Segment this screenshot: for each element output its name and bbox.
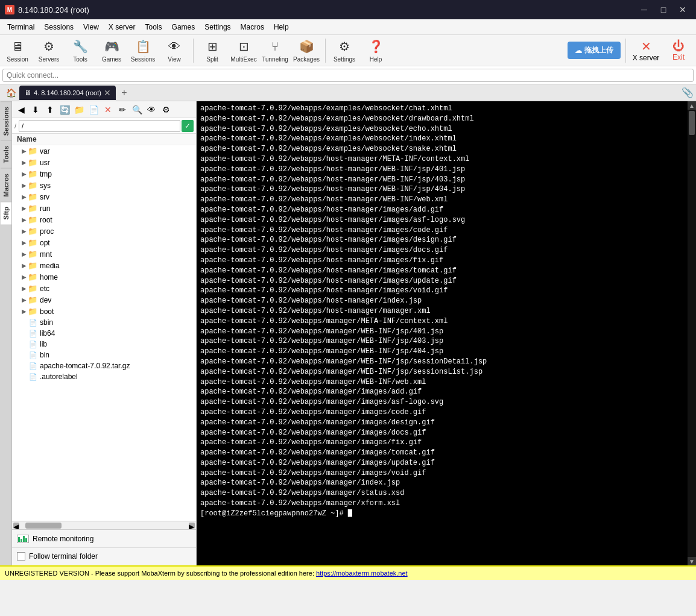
quick-connect-input[interactable] <box>2 69 694 82</box>
side-tab-sessions[interactable]: Sessions <box>1 101 11 140</box>
sftp-tree-item[interactable]: ▶📁media <box>12 260 196 271</box>
sftp-tree-item[interactable]: ▶📁var <box>12 145 196 157</box>
file-icon: 📄 <box>29 330 37 338</box>
sftp-path-input[interactable] <box>19 120 180 132</box>
cloud-upload-label: 拖拽上传 <box>584 45 613 55</box>
sftp-scroll-thumb[interactable] <box>25 523 62 529</box>
toolbar-split-button[interactable]: ⊞ Split <box>197 36 227 65</box>
toolbar-games-button[interactable]: 🎮 Games <box>96 36 127 65</box>
sftp-download-button[interactable]: ⬇ <box>29 103 42 116</box>
sftp-refresh-button[interactable]: 🔄 <box>58 103 71 116</box>
sftp-tree-item[interactable]: 📄lib <box>12 339 196 350</box>
sftp-tree-item[interactable]: 📄.autorelabel <box>12 371 196 382</box>
toolbar-packages-button[interactable]: 📦 Packages <box>291 36 321 65</box>
menu-xserver[interactable]: X server <box>104 22 141 33</box>
monitor-bar-1 <box>18 537 20 542</box>
sftp-tree-item[interactable]: 📄apache-tomcat-7.0.92.tar.gz <box>12 360 196 371</box>
sftp-new-file-button[interactable]: 📄 <box>87 103 100 116</box>
games-icon: 🎮 <box>103 38 120 55</box>
terminal-scroll-thumb[interactable] <box>689 111 695 135</box>
terminal-scroll-up-button[interactable]: ▲ <box>688 101 696 110</box>
sftp-tree-item[interactable]: ▶📁usr <box>12 157 196 168</box>
toolbar-view-label: View <box>168 56 181 63</box>
terminal-output[interactable]: apache-tomcat-7.0.92/webapps/examples/we… <box>197 101 688 565</box>
sftp-tree-item[interactable]: ▶📁proc <box>12 225 196 237</box>
toolbar-settings-label: Settings <box>334 56 355 63</box>
terminal-scroll-down-button[interactable]: ▼ <box>688 557 696 565</box>
folder-icon: 📁 <box>28 192 37 201</box>
sftp-tree-item[interactable]: ▶📁home <box>12 271 196 283</box>
minimize-button[interactable]: ─ <box>636 4 653 16</box>
sftp-rename-button[interactable]: ✏ <box>116 103 129 116</box>
sftp-new-folder-button[interactable]: 📁 <box>72 103 86 116</box>
menu-help[interactable]: Help <box>269 22 294 33</box>
toolbar-separator-3 <box>625 39 626 63</box>
file-icon: 📄 <box>29 341 37 348</box>
sftp-tree-item[interactable]: ▶📁root <box>12 214 196 225</box>
folder-icon: 📁 <box>28 284 37 293</box>
sftp-hidden-button[interactable]: 👁 <box>145 103 158 116</box>
sftp-settings-button[interactable]: ⚙ <box>159 103 172 116</box>
tab-attach-button[interactable]: 📎 <box>682 87 694 98</box>
menu-settings[interactable]: Settings <box>200 22 235 33</box>
sftp-upload-button[interactable]: ⬆ <box>43 103 57 116</box>
maximize-button[interactable]: □ <box>655 4 672 16</box>
xserver-button[interactable]: ✕ X server <box>631 39 661 62</box>
exit-button[interactable]: ⏻ Exit <box>663 39 694 61</box>
toolbar-servers-button[interactable]: ⚙ Servers <box>34 36 64 65</box>
tab-item-active[interactable]: 🖥 4. 8.140.180.204 (root) ✕ <box>19 86 116 100</box>
toolbar-settings-button[interactable]: ⚙ Settings <box>329 36 359 65</box>
sftp-tree-item[interactable]: ▶📁opt <box>12 237 196 248</box>
terminal-vertical-scrollbar[interactable]: ▲ ▼ <box>688 101 696 565</box>
sftp-tree-item[interactable]: ▶📁tmp <box>12 168 196 180</box>
menu-sessions[interactable]: Sessions <box>39 22 78 33</box>
toolbar-sessions-button[interactable]: 📋 Sessions <box>128 36 158 65</box>
sftp-item-name: lib64 <box>40 329 55 338</box>
sftp-delete-button[interactable]: ✕ <box>101 103 115 116</box>
sftp-tree-item[interactable]: ▶📁srv <box>12 191 196 203</box>
menu-view[interactable]: View <box>78 22 104 33</box>
sftp-bottom-panel: Remote monitoring Follow terminal folder <box>12 529 196 565</box>
sftp-item-name: opt <box>40 239 50 247</box>
sftp-path-ok-button[interactable]: ✓ <box>182 120 194 132</box>
sftp-tree-item[interactable]: ▶📁mnt <box>12 248 196 260</box>
menu-games[interactable]: Games <box>167 22 200 33</box>
toolbar-tools-button[interactable]: 🔧 Tools <box>65 36 95 65</box>
tab-close-button[interactable]: ✕ <box>104 88 111 98</box>
cloud-upload-button[interactable]: ☁ 拖拽上传 <box>568 42 621 59</box>
sftp-tree-item[interactable]: ▶📁run <box>12 203 196 214</box>
remote-monitoring-button[interactable]: Remote monitoring <box>12 530 196 548</box>
sftp-tree-item[interactable]: ▶📁dev <box>12 294 196 306</box>
sftp-tree-item[interactable]: 📄lib64 <box>12 328 196 339</box>
sftp-tree-item[interactable]: ▶📁boot <box>12 306 196 317</box>
menu-macros[interactable]: Macros <box>236 22 269 33</box>
sftp-horizontal-scrollbar[interactable]: ◀ ▶ <box>12 521 196 529</box>
status-link[interactable]: https://mobaxterm.mobatek.net <box>316 570 408 577</box>
toolbar-multiexec-button[interactable]: ⊡ MultiExec <box>229 36 259 65</box>
sftp-nav-back-button[interactable]: ◀ <box>14 103 28 116</box>
sftp-item-name: media <box>40 262 60 270</box>
toolbar-view-button[interactable]: 👁 View <box>159 36 189 65</box>
side-tabs: Sessions Tools Macros Sftp <box>0 101 12 565</box>
menu-tools[interactable]: Tools <box>141 22 167 33</box>
follow-folder-checkbox[interactable] <box>17 552 25 561</box>
folder-icon: 📁 <box>28 215 37 224</box>
side-tab-tools[interactable]: Tools <box>1 140 11 168</box>
sftp-search-button[interactable]: 🔍 <box>130 103 144 116</box>
sftp-tree-item[interactable]: 📄sbin <box>12 317 196 328</box>
tab-add-button[interactable]: + <box>117 86 131 100</box>
toolbar-tunneling-button[interactable]: ⑂ Tunneling <box>260 36 290 65</box>
close-button[interactable]: ✕ <box>674 4 691 16</box>
sftp-tree-item[interactable]: ▶📁etc <box>12 283 196 294</box>
sftp-tree[interactable]: ▶📁var▶📁usr▶📁tmp▶📁sys▶📁srv▶📁run▶📁root▶📁pr… <box>12 145 196 521</box>
menu-terminal[interactable]: Terminal <box>2 22 39 33</box>
side-tab-macros[interactable]: Macros <box>1 168 11 202</box>
sftp-scroll-left-button[interactable]: ◀ <box>13 523 19 529</box>
toolbar-session-button[interactable]: 🖥 Session <box>2 36 33 65</box>
sftp-scroll-right-button[interactable]: ▶ <box>189 523 195 529</box>
sftp-tree-item[interactable]: ▶📁sys <box>12 180 196 191</box>
toolbar-help-button[interactable]: ❓ Help <box>361 36 391 65</box>
sftp-tree-item[interactable]: 📄bin <box>12 350 196 360</box>
tab-home-button[interactable]: 🏠 <box>2 86 19 100</box>
side-tab-sftp[interactable]: Sftp <box>1 201 11 224</box>
